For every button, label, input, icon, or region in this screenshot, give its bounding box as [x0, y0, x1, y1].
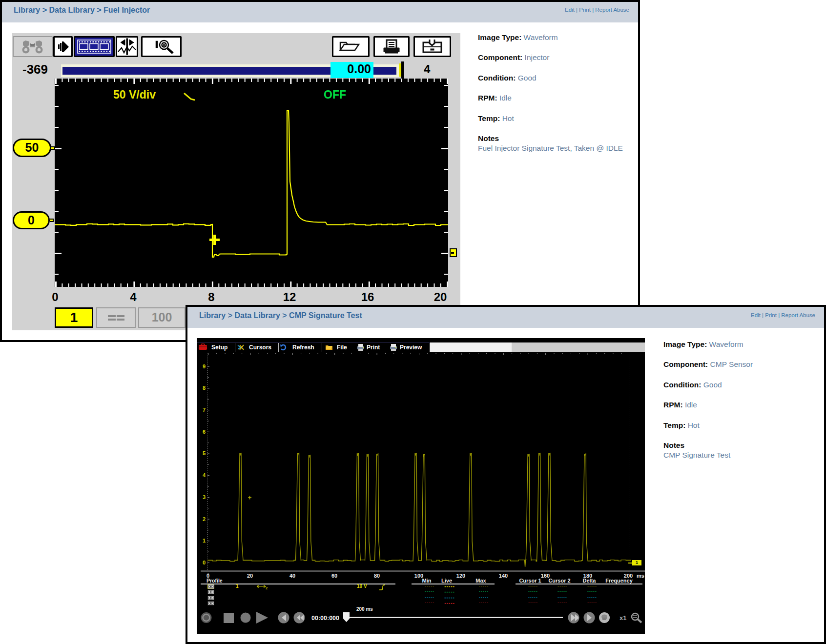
svg-text:2: 2	[266, 586, 268, 590]
